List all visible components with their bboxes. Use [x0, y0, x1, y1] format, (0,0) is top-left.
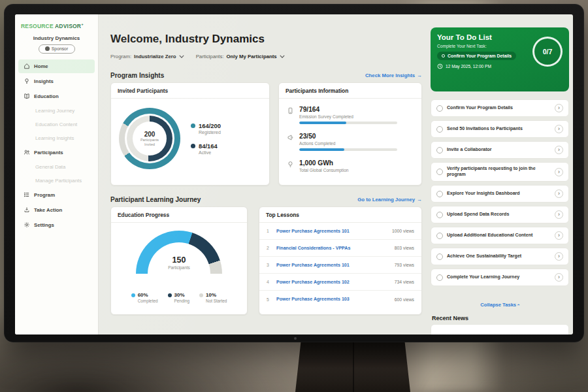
task-row[interactable]: Achieve One Sustainability Target › [431, 248, 569, 265]
task-row[interactable]: Explore Your Insights Dashboard › [431, 185, 569, 203]
task-checkbox[interactable] [436, 169, 443, 175]
task-chevron-icon[interactable]: › [555, 168, 563, 176]
chevron-down-icon [280, 55, 285, 58]
task-chevron-icon[interactable]: › [555, 231, 563, 240]
monitor-screen: RESOURCE ADVISOR+ Industry Dynamics Spon… [15, 14, 573, 335]
task-row[interactable]: Confirm Your Program Details › [431, 99, 569, 117]
next-task-pill[interactable]: Confirm Your Program Details [437, 52, 516, 60]
chevron-up-icon: › [515, 304, 521, 306]
task-row[interactable]: Upload Additional Educational Content › [431, 227, 569, 244]
lesson-row: 2 Financial Considerations - VPPAs 803 v… [259, 240, 421, 257]
task-checkbox[interactable] [436, 105, 443, 112]
task-chevron-icon[interactable]: › [555, 189, 563, 198]
task-chevron-icon[interactable]: › [555, 104, 563, 112]
task-row[interactable]: Verify participants requesting to join t… [431, 162, 569, 182]
task-row[interactable]: Complete Your Learning Journey › [431, 269, 569, 286]
task-chevron-icon[interactable]: › [555, 273, 563, 282]
task-list: Confirm Your Program Details › Send 50 I… [431, 99, 569, 286]
sidebar-item-learning-insights[interactable]: Learning Insights [18, 132, 95, 144]
legend-dot [191, 123, 195, 128]
chevron-down-icon [179, 55, 184, 58]
task-chevron-icon[interactable]: › [555, 210, 563, 219]
sidebar-item-insights[interactable]: Insights [18, 74, 95, 88]
info-progress-fill [299, 148, 344, 151]
settings-icon [24, 221, 30, 228]
sidebar-item-manage-participants[interactable]: Manage Participants [18, 174, 95, 187]
info-row: 79/164 Emission Survey Completed [279, 101, 421, 128]
task-chevron-icon[interactable]: › [555, 252, 563, 261]
recent-news-title: Recent News [432, 315, 468, 321]
sidebar-item-home[interactable]: Home [18, 59, 95, 73]
task-checkbox[interactable] [436, 126, 443, 133]
info-row: 1,000 GWh Total Global Consumption [279, 155, 421, 179]
filters-row: Program: Industrialize Zero Participants… [110, 54, 285, 59]
legend-dot [199, 293, 203, 297]
go-to-learning-journey-link[interactable]: Go to Learning Journey → [357, 197, 422, 203]
learning-journey-title: Participant Learning Journey [110, 196, 201, 203]
participants-filter[interactable]: Participants: Only My Participants [196, 54, 285, 59]
home-icon [24, 63, 30, 69]
legend-item: 60% Completed [131, 292, 158, 303]
task-row[interactable]: Send 50 Invitations to Participants › [431, 120, 569, 138]
program-filter[interactable]: Program: Industrialize Zero [110, 54, 184, 59]
task-chevron-icon[interactable]: › [555, 125, 563, 133]
legend-dot [191, 144, 195, 148]
arrow-right-icon: → [417, 73, 422, 78]
participants-icon [24, 149, 30, 155]
invited-participants-card: Invited Participants 200 Participants In… [110, 82, 270, 186]
brand-logo: RESOURCE ADVISOR+ [15, 14, 98, 31]
progress-bar [299, 148, 397, 151]
todo-progress-ring: 0/7 [532, 37, 563, 67]
lesson-title-link[interactable]: Power Purchase Agreements 101 [276, 229, 387, 234]
power-led [294, 337, 297, 340]
legend-item: 84/164 Active [191, 142, 221, 155]
main-content: Welcome, Industry Dynamics Program: Indu… [99, 14, 425, 335]
lesson-title-link[interactable]: Power Purchase Agreements 103 [276, 297, 389, 302]
sidebar-item-program[interactable]: Program [18, 188, 95, 202]
legend-item: 164/200 Registered [191, 122, 221, 135]
task-row[interactable]: Invite a Collaborator › [431, 141, 569, 159]
sidebar-item-settings[interactable]: Settings [18, 218, 95, 232]
sidebar-item-take-action[interactable]: Take Action [18, 203, 95, 217]
consumption-icon [287, 161, 294, 168]
task-checkbox[interactable] [436, 191, 443, 197]
emission-survey-icon [287, 107, 294, 114]
info-progress-fill [299, 122, 346, 124]
check-more-insights-link[interactable]: Check More Insights → [365, 73, 422, 78]
education-gauge-chart: 150 Participants [136, 231, 222, 287]
take-action-icon [24, 206, 30, 213]
sidebar-item-education-content[interactable]: Education Content [18, 118, 95, 131]
task-checkbox[interactable] [436, 212, 443, 218]
task-chevron-icon[interactable]: › [555, 146, 563, 154]
sidebar-item-general-data[interactable]: General Data [18, 161, 95, 173]
task-row[interactable]: Upload Spend Data Records › [431, 206, 569, 223]
lesson-title-link[interactable]: Power Purchase Agreements 102 [276, 280, 389, 285]
task-checkbox[interactable] [436, 147, 443, 154]
clock-icon [437, 63, 443, 69]
arrow-right-icon: → [417, 197, 422, 203]
monitor-bezel: RESOURCE ADVISOR+ Industry Dynamics Spon… [4, 4, 584, 342]
lesson-title-link[interactable]: Financial Considerations - VPPAs [276, 246, 389, 251]
sidebar-item-participants[interactable]: Participants [18, 146, 95, 159]
task-checkbox[interactable] [436, 253, 443, 260]
legend-dot [131, 293, 135, 297]
legend-item: 30% Pending [168, 292, 189, 303]
collapse-tasks-link[interactable]: Collapse Tasks› [431, 302, 569, 308]
lesson-row: 4 Power Purchase Agreements 102 734 view… [259, 274, 421, 291]
actions-icon [287, 134, 294, 141]
legend-dot [168, 293, 172, 297]
page-title: Welcome, Industry Dynamics [110, 33, 265, 46]
org-name: Industry Dynamics [15, 35, 98, 41]
sponsor-avatar-icon [45, 46, 50, 51]
learning-journey-section-header: Participant Learning Journey Go to Learn… [110, 196, 422, 203]
lesson-row: 1 Power Purchase Agreements 101 1000 vie… [259, 223, 421, 240]
task-checkbox[interactable] [436, 274, 443, 281]
todo-panel: Your To Do List Complete Your Next Task:… [431, 14, 569, 335]
task-checkbox[interactable] [436, 233, 443, 239]
lesson-title-link[interactable]: Power Purchase Agreements 101 [276, 263, 389, 268]
sidebar-item-education[interactable]: Education [18, 90, 95, 103]
legend-item: 10% Not Started [199, 292, 227, 303]
program-insights-section-header: Program Insights Check More Insights → [110, 72, 422, 79]
sidebar-item-learning-journey[interactable]: Learning Journey [18, 105, 95, 117]
education-progress-card: Education Progress 150 Participants [110, 206, 248, 315]
